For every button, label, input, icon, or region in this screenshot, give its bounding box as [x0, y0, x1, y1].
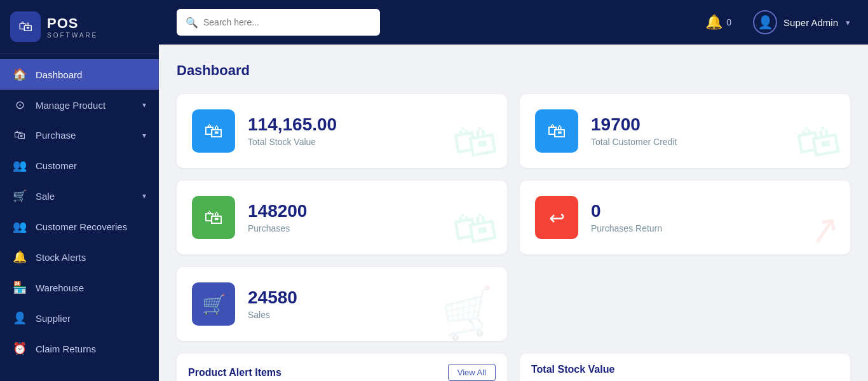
- stat-label-purchases: Purchases: [248, 223, 492, 233]
- search-icon: 🔍: [186, 17, 198, 29]
- sidebar-item-claim-returns[interactable]: ⏰ Claim Returns: [0, 333, 159, 364]
- logo-icon: 🛍: [10, 11, 41, 42]
- stat-card-total-stock-value: 🛍 114,165.00 Total Stock Value 🛍: [177, 94, 507, 168]
- customer-recoveries-icon: 👥: [13, 219, 27, 233]
- sidebar-item-purchase[interactable]: 🛍 Purchase ▾: [0, 120, 159, 150]
- stat-label-sales: Sales: [248, 310, 492, 320]
- stat-value-credit: 19700: [591, 115, 835, 135]
- sidebar-item-sale[interactable]: 🛒 Sale ▾: [0, 181, 159, 211]
- page-title: Dashboard: [177, 62, 850, 79]
- supplier-icon: 👤: [13, 311, 27, 325]
- sidebar-item-manage-product[interactable]: ⊙ Manage Product ▾: [0, 90, 159, 120]
- sidebar-label-customer-recoveries: Customer Recoveries: [36, 221, 146, 232]
- product-alert-section: Product Alert Items View All Product Cat…: [177, 354, 507, 381]
- stat-label-stock: Total Stock Value: [248, 137, 492, 147]
- stat-card-sales: 🛒 24580 Sales 🛒: [177, 267, 507, 341]
- sidebar-item-warehouse[interactable]: 🏪 Warehouse: [0, 272, 159, 303]
- user-menu[interactable]: 👤 Super Admin ▾: [753, 10, 850, 34]
- topbar: 🔍 🔔 0 👤 Super Admin ▾: [159, 0, 868, 45]
- total-stock-title: Total Stock Value: [531, 364, 614, 375]
- stat-info-credit: 19700 Total Customer Credit: [591, 115, 835, 148]
- stat-info-return: 0 Purchases Return: [591, 202, 835, 234]
- stat-icon-green: 🛍: [192, 196, 235, 239]
- stat-icon-blue-2: 🛍: [535, 109, 578, 153]
- stat-label-return: Purchases Return: [591, 223, 835, 233]
- avatar: 👤: [753, 10, 777, 34]
- stats-grid: 🛍 114,165.00 Total Stock Value 🛍 🛍 14820…: [177, 94, 850, 341]
- logo-software: SOFTWARE: [47, 32, 98, 39]
- chevron-down-icon-3: ▾: [142, 191, 146, 200]
- user-chevron-icon: ▾: [846, 18, 850, 27]
- stat-card-purchases: 🛍 148200 Purchases 🛍: [177, 181, 507, 254]
- logo-text: POS SOFTWARE: [47, 15, 98, 39]
- sidebar-item-stock-alerts[interactable]: 🔔 Stock Alerts: [0, 242, 159, 272]
- sidebar-label-stock-alerts: Stock Alerts: [36, 252, 146, 263]
- purchase-icon: 🛍: [13, 128, 27, 142]
- stat-label-credit: Total Customer Credit: [591, 137, 835, 147]
- sidebar-label-claim-returns: Claim Returns: [36, 343, 146, 354]
- chevron-down-icon-2: ▾: [142, 131, 146, 140]
- view-all-button[interactable]: View All: [448, 364, 496, 381]
- bottom-section: Product Alert Items View All Product Cat…: [177, 354, 850, 381]
- stat-card-purchases-return: ↩ 0 Purchases Return ↗: [520, 181, 850, 254]
- bell-icon: 🔔: [705, 14, 722, 31]
- sidebar-label-purchase: Purchase: [36, 130, 133, 141]
- sidebar-label-dashboard: Dashboard: [36, 69, 146, 80]
- stat-value-sales: 24580: [248, 288, 492, 308]
- stat-info-sales: 24580 Sales: [248, 288, 492, 321]
- product-alert-header: Product Alert Items View All: [177, 354, 507, 381]
- stat-value-stock: 114,165.00: [248, 115, 492, 135]
- search-box[interactable]: 🔍: [177, 9, 380, 36]
- main-content: Dashboard 🛍 114,165.00 Total Stock Value…: [159, 45, 868, 381]
- sidebar-item-customer-recoveries[interactable]: 👥 Customer Recoveries: [0, 211, 159, 242]
- sidebar-item-customer[interactable]: 👥 Customer: [0, 150, 159, 181]
- stat-info-purchases: 148200 Purchases: [248, 202, 492, 234]
- sidebar: 🛍 POS SOFTWARE 🏠 Dashboard ⊙ Manage Prod…: [0, 0, 159, 381]
- warehouse-icon: 🏪: [13, 281, 27, 294]
- stat-icon-red: ↩: [535, 196, 578, 239]
- customer-icon: 👥: [13, 158, 27, 172]
- stat-card-customer-credit: 🛍 19700 Total Customer Credit 🛍: [520, 94, 850, 168]
- left-stats-col: 🛍 114,165.00 Total Stock Value 🛍 🛍 14820…: [177, 94, 507, 341]
- stat-icon-blue: 🛍: [192, 109, 235, 153]
- logo-area: 🛍 POS SOFTWARE: [0, 0, 159, 54]
- stat-icon-indigo: 🛒: [192, 282, 235, 326]
- home-icon: 🏠: [13, 67, 27, 81]
- stat-value-return: 0: [591, 202, 835, 221]
- chevron-down-icon: ▾: [142, 100, 146, 109]
- logo-pos: POS: [47, 15, 98, 32]
- total-stock-header: Total Stock Value: [520, 354, 850, 381]
- right-stats-col: 🛍 19700 Total Customer Credit 🛍 ↩ 0 Purc…: [520, 94, 850, 341]
- stock-alerts-icon: 🔔: [13, 250, 27, 264]
- sidebar-label-sale: Sale: [36, 191, 133, 202]
- stat-value-purchases: 148200: [248, 202, 492, 221]
- user-name: Super Admin: [783, 17, 838, 28]
- sidebar-label-warehouse: Warehouse: [36, 282, 146, 293]
- manage-product-icon: ⊙: [13, 98, 27, 112]
- sidebar-label-supplier: Supplier: [36, 313, 146, 324]
- notification-count: 0: [726, 17, 731, 27]
- total-stock-section: Total Stock Value Product Stock W.Price …: [520, 354, 850, 381]
- sidebar-nav: 🏠 Dashboard ⊙ Manage Product ▾ 🛍 Purchas…: [0, 54, 159, 381]
- sidebar-item-supplier[interactable]: 👤 Supplier: [0, 303, 159, 333]
- sale-icon: 🛒: [13, 189, 27, 203]
- sidebar-item-dashboard[interactable]: 🏠 Dashboard: [0, 59, 159, 90]
- search-input[interactable]: [203, 17, 371, 27]
- product-alert-title: Product Alert Items: [188, 367, 281, 378]
- sidebar-label-manage-product: Manage Product: [36, 100, 133, 111]
- stat-info-stock: 114,165.00 Total Stock Value: [248, 115, 492, 148]
- notification-bell[interactable]: 🔔 0: [705, 14, 731, 31]
- sidebar-label-customer: Customer: [36, 160, 146, 171]
- claim-returns-icon: ⏰: [13, 342, 27, 356]
